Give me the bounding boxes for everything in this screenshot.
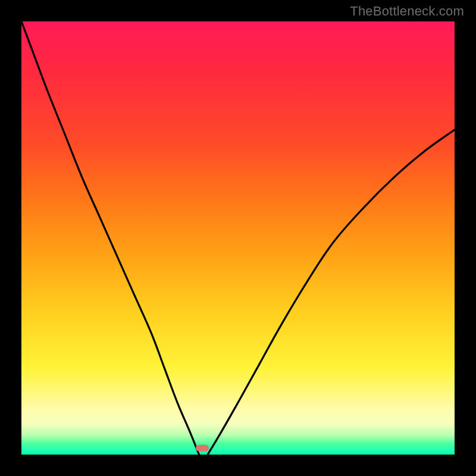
curve-right-branch [208, 130, 455, 455]
curve-left-branch [21, 21, 199, 455]
plot-area [21, 21, 455, 455]
minimum-marker [196, 445, 209, 452]
curve-svg [21, 21, 455, 455]
watermark-text: TheBottleneck.com [350, 4, 464, 19]
chart-frame: TheBottleneck.com [0, 0, 476, 476]
